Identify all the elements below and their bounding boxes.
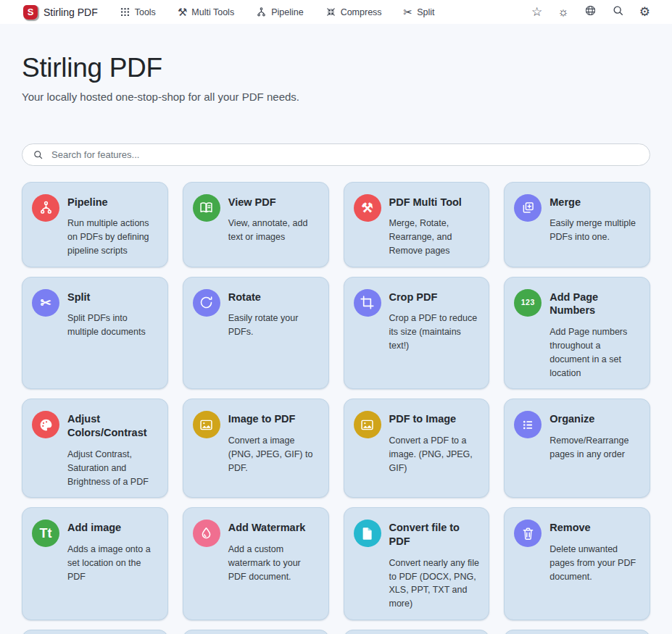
nav-item-pipeline[interactable]: Pipeline (256, 7, 303, 17)
card-title: Add Watermark (228, 521, 321, 535)
feature-card-crop-pdf[interactable]: Crop PDF Crop a PDF to reduce its size (… (344, 277, 490, 390)
card-title: Organize (549, 412, 642, 426)
nav-left: S Stirling PDF Tools ⚒ Multi Tools Pipel… (23, 5, 435, 20)
feature-card-add-watermark[interactable]: Add Watermark Add a custom watermark to … (183, 507, 329, 620)
card-description: Run multiple actions on PDFs by defining… (67, 217, 160, 257)
feature-cards-grid: Pipeline Run multiple actions on PDFs by… (22, 182, 650, 634)
palette-icon (32, 411, 59, 438)
trash-icon (514, 520, 542, 547)
card-description: View, annotate, add text or images (228, 217, 321, 244)
rotate-icon (193, 289, 220, 317)
feature-card-rotate[interactable]: Rotate Easily rotate your PDFs. (183, 277, 329, 390)
globe-icon[interactable] (584, 4, 597, 20)
feature-card-view-pdf[interactable]: View PDF View, annotate, add text or ima… (183, 182, 329, 267)
feature-card-convert-file-to-pdf[interactable]: Convert file to PDF Convert nearly any f… (344, 507, 490, 620)
feature-card-add-page-numbers[interactable]: 123 Add Page Numbers Add Page numbers th… (504, 277, 650, 390)
feature-card-add-image[interactable]: Tt Add image Adds a image onto a set loc… (22, 507, 168, 620)
top-navbar: S Stirling PDF Tools ⚒ Multi Tools Pipel… (0, 0, 672, 24)
pipeline-icon (256, 7, 267, 17)
search-wrap (22, 143, 650, 166)
feature-search-bar[interactable] (22, 143, 650, 166)
card-title: PDF Multi Tool (389, 196, 482, 209)
feature-card-add-password[interactable]: Add Password Encrypt your PDF document w… (22, 630, 168, 634)
feature-card-merge[interactable]: Merge Easily merge multiple PDFs into on… (504, 182, 650, 267)
page-header: Stirling PDF Your locally hosted one-sto… (0, 53, 672, 103)
crop-icon (354, 289, 381, 317)
card-description: Adjust Contrast, Saturation and Brightne… (67, 448, 160, 488)
page-title: Stirling PDF (22, 53, 650, 84)
feature-card-remove-password[interactable]: Remove Password Remove password protecti… (183, 630, 329, 634)
card-description: Crop a PDF to reduce its size (maintains… (389, 312, 482, 352)
card-description: Add a custom watermark to your PDF docum… (228, 543, 321, 583)
card-title: PDF to Image (389, 412, 482, 426)
card-title: Rotate (228, 291, 321, 304)
card-description: Remove/Rearrange pages in any order (549, 434, 642, 462)
card-title: Add image (67, 521, 160, 535)
feature-card-pdf-multi-tool[interactable]: ⚒ PDF Multi Tool Merge, Rotate, Rearrang… (344, 182, 490, 267)
card-title: View PDF (228, 196, 321, 209)
card-description: Add Page numbers throughout a document i… (549, 325, 642, 380)
card-description: Delete unwanted pages from your PDF docu… (549, 543, 642, 583)
card-title: Split (67, 291, 160, 304)
feature-card-organize[interactable]: Organize Remove/Rearrange pages in any o… (504, 399, 650, 498)
search-icon (33, 149, 43, 160)
feature-card-compress[interactable]: Compress Compress PDFs to reduce their f… (344, 630, 490, 634)
brand-name: Stirling PDF (43, 7, 98, 18)
image-icon (193, 411, 220, 438)
search-input[interactable] (50, 149, 639, 161)
nav-menu: Tools ⚒ Multi Tools Pipeline Compress ✂ … (120, 7, 435, 17)
file-icon (354, 520, 381, 547)
list-icon (514, 411, 542, 438)
nav-item-tools[interactable]: Tools (120, 7, 156, 17)
card-description: Easily merge multiple PDFs into one. (549, 217, 642, 244)
scissors-icon: ✂ (404, 7, 413, 17)
card-description: Easily rotate your PDFs. (228, 312, 321, 339)
feature-card-image-to-pdf[interactable]: Image to PDF Convert a image (PNG, JPEG,… (183, 399, 329, 498)
multi-tools-icon: ⚒ (354, 194, 381, 222)
multi-tools-icon: ⚒ (178, 7, 187, 17)
pipeline-icon (32, 194, 59, 222)
card-description: Convert nearly any file to PDF (DOCX, PN… (389, 556, 482, 611)
feature-card-remove[interactable]: Remove Delete unwanted pages from your P… (504, 507, 650, 620)
sun-icon[interactable]: ☼ (557, 6, 569, 19)
card-description: Merge, Rotate, Rearrange, and Remove pag… (389, 217, 482, 257)
feature-card-pipeline[interactable]: Pipeline Run multiple actions on PDFs by… (22, 182, 168, 267)
nav-item-split[interactable]: ✂ Split (404, 7, 435, 17)
feature-card-change-metadata[interactable]: Change Metadata Change/Remove/Add metada… (504, 630, 650, 634)
merge-icon (514, 194, 542, 222)
compress-icon (325, 7, 336, 17)
image-icon (354, 411, 381, 438)
search-icon[interactable] (612, 4, 624, 20)
card-description: Convert a image (PNG, JPEG, GIF) to PDF. (228, 434, 321, 475)
brand-home-link[interactable]: S Stirling PDF (23, 5, 98, 20)
numbers-icon: 123 (514, 289, 542, 317)
card-description: Convert a PDF to a image. (PNG, JPEG, GI… (389, 434, 482, 475)
nav-item-multi-tools[interactable]: ⚒ Multi Tools (178, 7, 234, 17)
droplet-icon (193, 520, 220, 547)
grid-icon (120, 7, 130, 17)
nav-item-compress[interactable]: Compress (325, 7, 382, 17)
card-title: Merge (549, 196, 642, 209)
nav-actions: ☆☼⚙ (531, 4, 650, 20)
book-open-icon (193, 194, 220, 222)
gear-icon[interactable]: ⚙ (639, 6, 650, 19)
letters-icon: Tt (32, 520, 59, 547)
page-subtitle: Your locally hosted one-stop-shop for al… (22, 91, 650, 103)
card-title: Image to PDF (228, 412, 321, 426)
card-title: Adjust Colors/Contrast (67, 412, 160, 440)
card-description: Split PDFs into multiple documents (67, 312, 160, 339)
card-title: Convert file to PDF (389, 521, 482, 549)
stirling-logo-icon: S (23, 5, 38, 20)
star-icon[interactable]: ☆ (531, 6, 542, 19)
scissors-icon: ✂ (32, 289, 59, 317)
feature-card-pdf-to-image[interactable]: PDF to Image Convert a PDF to a image. (… (344, 399, 490, 498)
card-title: Pipeline (67, 196, 160, 209)
feature-card-adjust-colors-contrast[interactable]: Adjust Colors/Contrast Adjust Contrast, … (22, 399, 168, 498)
card-title: Crop PDF (389, 291, 482, 304)
card-title: Add Page Numbers (549, 291, 642, 318)
card-title: Remove (549, 521, 642, 535)
card-description: Adds a image onto a set location on the … (67, 543, 160, 583)
feature-card-split[interactable]: ✂ Split Split PDFs into multiple documen… (22, 277, 168, 390)
